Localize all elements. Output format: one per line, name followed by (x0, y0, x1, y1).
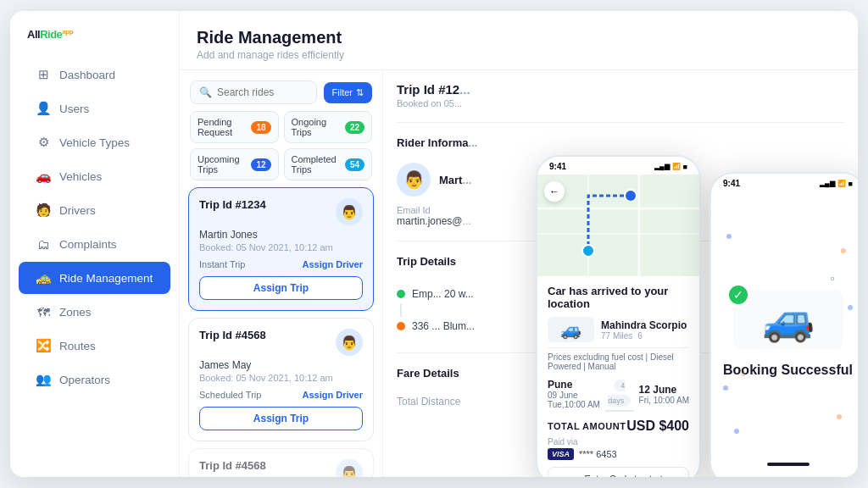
from-dot (397, 290, 405, 298)
car-features: Prices excluding fuel cost | Diesel Powe… (548, 347, 689, 371)
route-line (400, 303, 402, 317)
trips-panel: 🔍 Filter ⇅ Pending Request 18 Ongoing Tr… (180, 70, 383, 477)
completed-count: 54 (345, 158, 364, 171)
svg-point-5 (625, 190, 637, 202)
logo: AllRideapp (10, 28, 179, 58)
routes-icon: 🔀 (36, 338, 51, 353)
vehicle-types-icon: ⚙ (36, 135, 51, 150)
phone-map: ← (537, 175, 699, 276)
from-date: 09 June (548, 391, 600, 400)
status-bar-1: 9:41 ▂▄▆ 📶 ■ (537, 157, 699, 175)
car-info: 🚙 Mahindra Scorpio 77 Miles 6 (548, 317, 689, 342)
main-container: AllRideapp ⊞ Dashboard 👤 Users ⚙ Vehicle… (10, 11, 858, 477)
nav-item-drivers[interactable]: 🧑 Drivers (19, 194, 170, 226)
page-header: Ride Management Add and manage rides eff… (180, 11, 858, 70)
days-text: 4 days (608, 380, 631, 407)
search-input-wrap[interactable]: 🔍 (190, 80, 317, 104)
enter-code-label: Enter Code to start journey (570, 474, 676, 477)
car-miles: 77 Miles (601, 331, 632, 341)
assign-trip-button-2[interactable]: Assign Trip (199, 407, 363, 430)
arrived-title: Car has arrived to your location (548, 285, 689, 310)
trip-dates: Pune 09 June Tue,10:00 AM 4 days 12 June… (548, 376, 689, 412)
search-input[interactable] (217, 86, 308, 98)
phone-content-1: Car has arrived to your location 🚙 Mahin… (537, 276, 699, 477)
trip-date-1: Booked: 05 Nov 2021, 10:12 am (199, 242, 363, 252)
upcoming-label: Upcoming Trips (198, 154, 251, 175)
phone-time-2: 9:41 (723, 179, 740, 188)
phone-time-1: 9:41 (549, 162, 566, 171)
avatar-1: 👨 (336, 198, 363, 225)
search-bar: 🔍 Filter ⇅ (180, 70, 382, 111)
filter-icon: ⇅ (356, 87, 364, 98)
total-label: TOTAL AMOUNT (548, 421, 626, 431)
status-completed[interactable]: Completed Trips 54 (284, 148, 373, 180)
complaints-icon: 🗂 (36, 236, 51, 252)
enter-code-button[interactable]: 🔒 Enter Code to start journey › (548, 467, 689, 477)
rider-avatar: 👨 (397, 163, 431, 197)
nav-item-dashboard[interactable]: ⊞ Dashboard (19, 58, 170, 91)
car-meta: 77 Miles 6 (601, 331, 687, 341)
divider-1 (397, 122, 844, 123)
home-bar (767, 463, 810, 466)
total-amount: USD $400 (626, 419, 689, 434)
filter-button[interactable]: Filter ⇅ (324, 82, 372, 103)
sidebar: AllRideapp ⊞ Dashboard 👤 Users ⚙ Vehicle… (10, 11, 180, 477)
trip-id-1: Trip Id #1234 (199, 198, 266, 211)
distance-label: Total Distance (397, 396, 460, 408)
assign-trip-button-1[interactable]: Assign Trip (199, 276, 363, 300)
drivers-icon: 🧑 (36, 202, 51, 218)
signal-icon: ▂▄▆ (654, 163, 670, 170)
trip-type-1: Instant Trip (199, 259, 245, 269)
car-image: 🚙 (548, 317, 594, 342)
trip-id-2: Trip Id #4568 (199, 329, 266, 341)
nav-item-zones[interactable]: 🗺 Zones (19, 296, 170, 328)
nav-item-vehicle-types[interactable]: ⚙ Vehicle Types (19, 126, 170, 158)
search-icon: 🔍 (199, 86, 212, 98)
success-check-icon: ✓ (726, 283, 750, 307)
nav-item-routes[interactable]: 🔀 Routes (19, 330, 170, 362)
phone-mockup-1: 9:41 ▂▄▆ 📶 ■ (536, 155, 701, 477)
svg-point-6 (582, 245, 594, 257)
phone-mockup-2: 9:41 ▂▄▆ 📶 ■ (709, 172, 858, 477)
signal-icon-2: ▂▄▆ (820, 180, 835, 187)
status-bar-2: 9:41 ▂▄▆ 📶 ■ (711, 174, 858, 191)
trip-date-2: Booked: 05 Nov 2021, 10:12 am (199, 373, 363, 383)
avatar-3: 👨 (336, 459, 363, 477)
car-name: Mahindra Scorpio (601, 319, 687, 331)
vehicles-icon: 🚗 (36, 169, 51, 184)
from-day: Tue,10:00 AM (548, 400, 600, 409)
card-number: **** 6453 (579, 449, 617, 459)
nav-item-ride-management[interactable]: 🚕 Ride Management (19, 262, 170, 294)
days-badge: 4 days (605, 376, 634, 412)
wifi-icon-2: 📶 (837, 180, 846, 187)
avatar-2: 👨 (336, 329, 363, 356)
trip-name-2: James May (199, 359, 363, 371)
success-car-image: 🚙 ✓ (733, 290, 843, 349)
table-row[interactable]: Trip Id #4568 👨 James May Booked: 05 Nov… (188, 318, 374, 441)
zones-icon: 🗺 (36, 304, 51, 319)
nav-item-complaints[interactable]: 🗂 Complaints (19, 228, 170, 260)
nav-item-vehicles[interactable]: 🚗 Vehicles (19, 160, 170, 192)
assign-driver-link-1[interactable]: Assign Driver (302, 259, 363, 269)
pending-count: 18 (251, 121, 270, 134)
pending-label: Pending Request (198, 117, 251, 137)
nav-item-users[interactable]: 👤 Users (19, 92, 170, 125)
status-icons-2: ▂▄▆ 📶 ■ (820, 180, 853, 188)
operators-icon: 👥 (36, 372, 51, 387)
status-ongoing[interactable]: Ongoing Trips 22 (284, 111, 373, 143)
status-upcoming[interactable]: Upcoming Trips 12 (190, 148, 279, 180)
table-row[interactable]: Trip Id #1234 👨 Martin Jones Booked: 05 … (188, 187, 374, 311)
phone-mockups: 9:41 ▂▄▆ 📶 ■ (536, 155, 858, 477)
trips-list: Trip Id #1234 👨 Martin Jones Booked: 05 … (180, 187, 382, 477)
nav-item-operators[interactable]: 👥 Operators (19, 363, 170, 396)
table-row[interactable]: Trip Id #4568 👨 (188, 448, 374, 477)
back-button[interactable]: ← (544, 181, 565, 202)
trip-type-2: Scheduled Trip (199, 390, 261, 400)
trip-id-3: Trip Id #4568 (199, 459, 266, 472)
paid-via-label: Paid via (548, 437, 689, 446)
assign-driver-link-2[interactable]: Assign Driver (302, 390, 363, 400)
trip-name-1: Martin Jones (199, 229, 363, 241)
status-pending[interactable]: Pending Request 18 (190, 111, 279, 143)
ongoing-label: Ongoing Trips (292, 117, 345, 137)
ongoing-count: 22 (345, 121, 364, 134)
